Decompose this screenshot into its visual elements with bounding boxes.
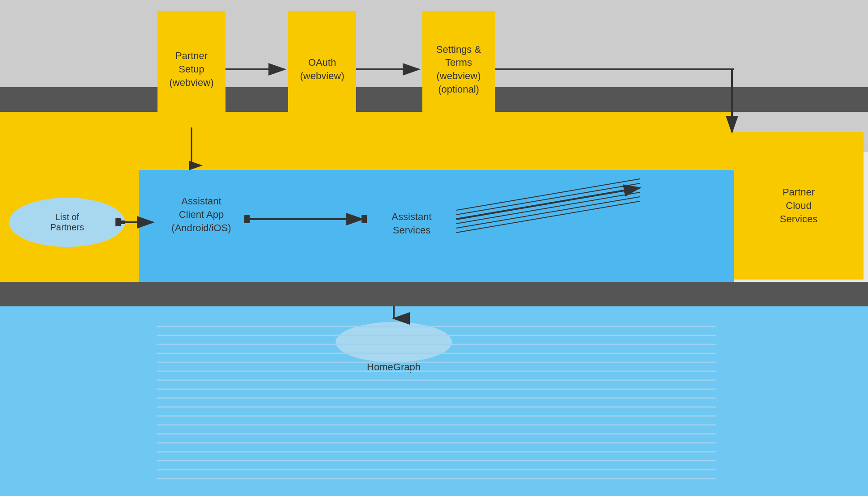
partner-cloud-box: Partner Cloud Services: [734, 132, 864, 280]
list-of-partners-oval: List of Partners: [9, 198, 125, 247]
assistant-client-label: Assistant Client App (Android/iOS): [171, 195, 231, 234]
partner-setup-label: Partner Setup (webview): [169, 49, 213, 89]
partner-setup-box: Partner Setup (webview): [157, 11, 226, 127]
list-of-partners-label: List of Partners: [50, 212, 84, 233]
partner-cloud-label: Partner Cloud Services: [780, 186, 817, 225]
oauth-label: OAuth (webview): [300, 56, 344, 82]
settings-label: Settings & Terms (webview) (optional): [436, 43, 481, 96]
dark-bar-bottom: [0, 282, 868, 306]
settings-box: Settings & Terms (webview) (optional): [422, 11, 495, 127]
assistant-services-node: Assistant Services: [367, 197, 456, 250]
oauth-box: OAuth (webview): [288, 11, 356, 127]
homegraph-label: HomeGraph: [320, 361, 468, 373]
homegraph-oval: [336, 322, 452, 362]
assistant-client-node: Assistant Client App (Android/iOS): [157, 186, 246, 244]
assistant-services-label: Assistant Services: [391, 210, 431, 237]
